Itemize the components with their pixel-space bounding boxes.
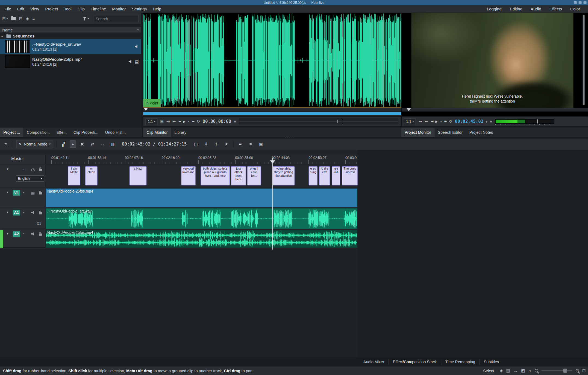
subtitle-clip[interactable]: ld d e ch? (319, 166, 330, 185)
workspace-color[interactable]: Color (566, 5, 584, 13)
mute-track-icon[interactable] (31, 232, 35, 236)
zone-end-icon[interactable]: ⇤ (172, 119, 176, 123)
create-folder-button[interactable] (11, 17, 16, 20)
expand-arrow-icon[interactable]: ▸ (1, 34, 4, 38)
sort-arrow-icon[interactable]: ▾ (137, 28, 139, 31)
tab-compositio[interactable]: Compositio... (23, 128, 53, 137)
minimize-button[interactable] (574, 1, 577, 4)
zone-end-icon[interactable]: ⇤ (425, 119, 428, 123)
zone-range[interactable] (143, 112, 401, 115)
snap-icon[interactable]: ∩ (528, 368, 531, 373)
thumbnails-icon[interactable]: ▤ (506, 368, 510, 373)
bin-search-input[interactable] (94, 15, 139, 22)
subtitle-clip[interactable]: rse uld (332, 166, 340, 185)
timeline-zoom-slider[interactable] (541, 370, 572, 371)
playhead-marker-icon[interactable] (407, 108, 411, 111)
monitor-menu-icon[interactable]: ≡ (490, 119, 492, 123)
bottom-tab-effect-composition-stack[interactable]: Effect/Composition Stack (388, 359, 441, 365)
zoom-slider-thumb[interactable] (563, 369, 567, 373)
mix-icon[interactable]: ▞ (60, 140, 67, 148)
marker-icon[interactable]: ◩ (521, 368, 525, 373)
slip-tool-button[interactable]: ↔ (99, 140, 107, 148)
tab-clip-properti[interactable]: Clip Properti... (70, 128, 102, 137)
clip-monitor-zoom-select[interactable]: 1:1▾ (145, 118, 157, 125)
record-button[interactable]: ●▾ (237, 140, 245, 148)
clip-monitor-seekbar[interactable] (239, 119, 398, 124)
fast-forward-icon[interactable]: ▸▸ (444, 120, 446, 123)
menu-monitor[interactable]: Monitor (109, 5, 129, 13)
fullscreen-icon[interactable]: ⊞ (160, 119, 164, 123)
subtitle-track-lane[interactable]: I am Mettem eteena Naziverybod loves meb… (46, 165, 357, 187)
zoom-in-icon[interactable] (575, 369, 579, 372)
fast-forward-icon[interactable]: ▸▸ (192, 120, 194, 123)
subtitle-track-header[interactable]: ▾ ▭ English ▾ (0, 165, 45, 187)
subtitle-clip[interactable]: m eteen (85, 166, 98, 185)
tab-clip-monitor[interactable]: Clip Monitor (143, 128, 171, 137)
loop-zone-icon[interactable]: ↻ (196, 119, 200, 123)
ripple-tool-button[interactable]: ▥ (109, 140, 117, 148)
bottom-tab-audio-mixer[interactable]: Audio Mixer (359, 359, 388, 365)
video-track-header[interactable]: ▾ V1 ▪ ▤ (0, 188, 45, 207)
window-titlebar[interactable]: Untitled */ 416x240 25.00fps — Kdenlive (0, 0, 588, 5)
maximize-button[interactable] (579, 1, 582, 4)
audio-track-lane-a1[interactable]: .~NastyOldPeople_srt.wav (46, 208, 357, 229)
hide-track-icon[interactable] (31, 167, 35, 172)
collapse-track-icon[interactable]: ▾ (7, 210, 8, 214)
expand-icon[interactable]: ↔ (513, 368, 518, 373)
menu-clip[interactable]: Clip (75, 5, 88, 13)
play-icon[interactable]: ▸ (435, 119, 438, 124)
workspace-audio[interactable]: Audio (527, 5, 545, 13)
timeline-ruler[interactable]: 00:01:49:1100:01:58:1400:02:07:1600:02:1… (46, 155, 357, 164)
project-monitor-zoom-select[interactable]: 1:1▾ (404, 118, 416, 125)
favorite-effects-button[interactable]: ★ (222, 140, 230, 148)
menu-file[interactable]: File (1, 5, 14, 13)
lock-track-icon[interactable] (39, 167, 42, 172)
lock-track-icon[interactable] (39, 232, 42, 236)
track-badge[interactable]: V1 (13, 190, 20, 196)
tab-effe[interactable]: Effe... (53, 128, 70, 137)
subtitle-clip[interactable]: I am Mette (68, 166, 80, 185)
bin-name-header[interactable]: Name ▾ (0, 27, 141, 33)
mute-track-icon[interactable] (31, 211, 35, 215)
selection-tool-button[interactable]: ▸ (70, 140, 76, 148)
tab-project[interactable]: Project ... (0, 128, 23, 137)
bin-folder-row[interactable]: ▸ Sequences (0, 33, 141, 39)
clip-monitor-zonebar[interactable] (143, 112, 401, 116)
bin-clip-row[interactable]: NastyOldPeople-25fps.mp4 01:24:24:16 [2]… (0, 54, 141, 69)
filter-button[interactable]: ▾ (83, 17, 89, 21)
play-menu-icon[interactable]: ▾ (188, 120, 189, 123)
workspace-logging[interactable]: Logging (483, 5, 506, 13)
subtitle-clip[interactable]: The ones I npress (342, 166, 358, 185)
insert-zone-button[interactable]: ⇓ (202, 140, 210, 148)
zoom-out-icon[interactable] (535, 369, 538, 372)
tab-undo-hist[interactable]: Undo Hist... (102, 128, 129, 137)
edit-track-icon[interactable]: ▪ (23, 232, 24, 235)
subtitle-clip[interactable]: a Nazi (129, 166, 146, 185)
collapse-track-icon[interactable]: ▾ (7, 190, 8, 194)
bottom-tab-time-remapping[interactable]: Time Remapping (441, 359, 479, 365)
tags-button[interactable]: ◈ (26, 16, 29, 21)
zone-start-icon[interactable]: ⇥ (419, 119, 422, 123)
timeline-menu-icon[interactable]: ≡ (2, 140, 10, 148)
bottom-tab-subtitles[interactable]: Subtitles (479, 359, 503, 365)
edit-mode-select[interactable]: ↖ Normal Mode ▾ (16, 140, 53, 148)
lock-track-icon[interactable] (39, 191, 42, 195)
close-button[interactable] (583, 1, 586, 4)
audio-adjust-button[interactable]: = (247, 140, 255, 148)
video-track-lane[interactable]: NastyOldPeople-25fps.mp4 (46, 188, 357, 207)
project-monitor-timecode[interactable]: 00:02:45:02 (455, 119, 484, 124)
timeline-timecode[interactable]: 00:02:45:02 / 01:24:27:15 (122, 142, 187, 147)
timecode-spinner[interactable]: ▴▾ (486, 120, 487, 123)
keyframe-button[interactable]: ▣ (257, 140, 265, 148)
clip-monitor-timecode[interactable]: 00:00:00:00 (203, 119, 231, 124)
audio-track-header-a2[interactable]: ▾ A2 ▪ (0, 230, 45, 248)
play-icon[interactable]: ▸ (183, 119, 186, 124)
tab-library[interactable]: Library (171, 128, 190, 137)
menu-help[interactable]: Help (150, 5, 164, 13)
clip-monitor-ruler[interactable] (143, 108, 401, 111)
razor-tool-button[interactable] (78, 140, 86, 148)
loop-zone-icon[interactable]: ↻ (449, 119, 452, 123)
playhead-handle[interactable] (270, 160, 275, 164)
subtitle-clip[interactable]: ones I care for... (247, 166, 261, 185)
delete-button[interactable]: ⊟ (19, 16, 23, 21)
